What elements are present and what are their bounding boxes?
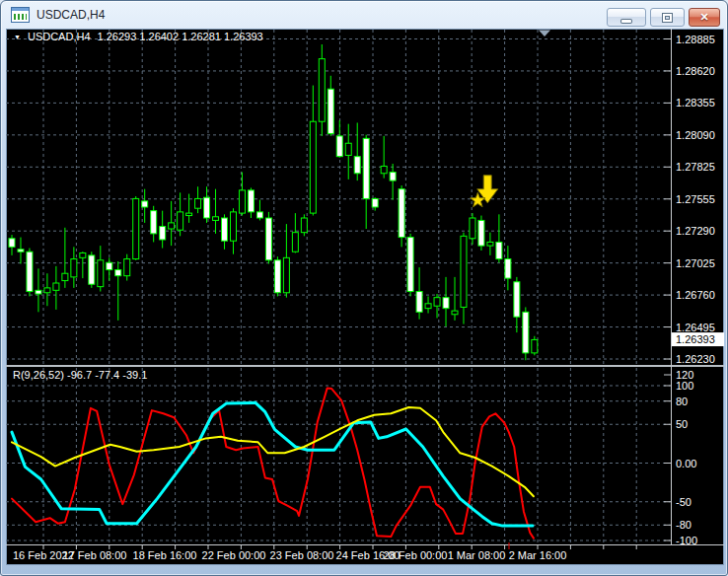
svg-text:17 Feb 08:00: 17 Feb 08:00 [63, 549, 127, 561]
symbol-period-label: USDCAD,H4 [28, 31, 91, 42]
svg-text:23 Feb 08:00: 23 Feb 08:00 [270, 549, 334, 561]
grid-vertical [43, 30, 636, 543]
svg-text:1.26760: 1.26760 [676, 289, 715, 301]
candlesticks [9, 44, 538, 360]
svg-text:1 Mar 08:00: 1 Mar 08:00 [448, 549, 506, 561]
symbol-info-line: ▼ USDCAD,H4 1.26293 1.26402 1.26281 1.26… [14, 31, 263, 42]
chart-canvas[interactable]: 1.288851.286201.283551.280901.278251.275… [1, 1, 728, 576]
svg-text:-50: -50 [676, 496, 692, 508]
indicator-label: R(9,26,52) -96.7 -77.4 -39.1 [13, 369, 147, 381]
ohlc-values: 1.26293 1.26402 1.26281 1.26393 [98, 31, 263, 42]
svg-text:1.27025: 1.27025 [676, 257, 715, 269]
svg-text:50: 50 [676, 418, 688, 430]
svg-text:18 Feb 16:00: 18 Feb 16:00 [133, 549, 197, 561]
price-grid [6, 39, 670, 360]
svg-text:1.26393: 1.26393 [676, 333, 715, 345]
svg-text:1.27290: 1.27290 [676, 225, 715, 237]
svg-text:-80: -80 [676, 519, 692, 531]
indicator-series-medium [12, 402, 533, 526]
svg-text:1.28355: 1.28355 [676, 97, 715, 108]
svg-text:2 Mar 16:00: 2 Mar 16:00 [509, 549, 567, 561]
current-price-tag: 1.26393 [672, 332, 724, 346]
svg-text:80: 80 [676, 396, 688, 407]
chart-window: USDCAD,H4 ✕ 1.288851.286201.283551.28090… [0, 0, 728, 576]
svg-text:1.28090: 1.28090 [676, 129, 715, 141]
symbol-caret-icon: ▼ [14, 34, 21, 40]
svg-text:1.28620: 1.28620 [676, 65, 715, 77]
svg-text:22 Feb 00:00: 22 Feb 00:00 [202, 549, 266, 561]
pane-divider[interactable] [6, 365, 724, 367]
svg-text:1.26495: 1.26495 [676, 322, 715, 333]
svg-text:1.28885: 1.28885 [676, 34, 715, 45]
svg-text:28 Feb 00:00: 28 Feb 00:00 [384, 549, 448, 561]
indicator-axis-labels: 12010080500.00-50-80-100 [664, 369, 697, 546]
sell-signal-marker [471, 176, 498, 207]
scroll-anchor-icon[interactable] [539, 31, 550, 37]
svg-text:0.00: 0.00 [676, 458, 696, 469]
svg-text:1.27555: 1.27555 [676, 193, 715, 205]
svg-text:1.27825: 1.27825 [676, 161, 715, 173]
svg-text:100: 100 [676, 380, 693, 392]
svg-text:1.26230: 1.26230 [676, 353, 715, 365]
